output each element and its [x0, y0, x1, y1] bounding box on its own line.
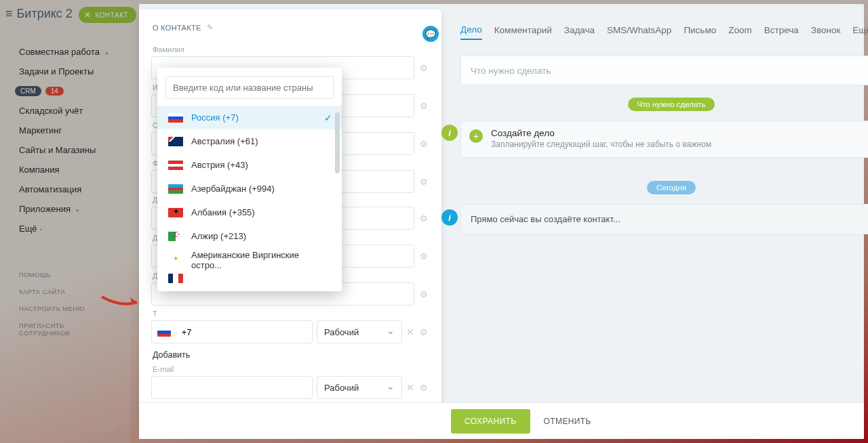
footer-bar: СОХРАНИТЬ ОТМЕНИТЬ	[139, 402, 864, 439]
country-item[interactable]: Албания (+355)	[157, 201, 342, 224]
country-item[interactable]: Алжир (+213)	[157, 224, 342, 248]
flag-icon	[168, 137, 183, 146]
timeline-tab-more[interactable]: Ещё⌄	[852, 24, 868, 39]
flag-icon	[168, 161, 183, 170]
country-search-input[interactable]	[165, 76, 334, 99]
phone-type-select[interactable]: Рабочий	[317, 320, 402, 343]
chip-todo: Что нужно сделать	[628, 98, 715, 111]
add-phone-link[interactable]: Добавить	[153, 350, 429, 360]
task-title: Создайте дело	[491, 128, 868, 138]
timeline-tab[interactable]: Звонок	[811, 25, 841, 39]
phone-input[interactable]	[182, 327, 307, 337]
country-item[interactable]: Австралия (+61)	[157, 129, 342, 153]
timeline-tab[interactable]: Комментарий	[494, 25, 552, 39]
flag-icon	[168, 274, 183, 283]
create-task-card[interactable]: + Создайте дело Запланируйте следующий ш…	[460, 121, 868, 158]
timeline-panel: 💬 ДелоКомментарийЗадачаSMS/WhatsAppПисьм…	[441, 4, 868, 439]
timeline-tab[interactable]: Zoom	[728, 25, 752, 39]
field-settings-icon[interactable]: ⚙	[418, 101, 429, 111]
country-item[interactable]: Россия (+7)✓	[157, 106, 342, 129]
field-settings-icon[interactable]: ⚙	[418, 63, 429, 73]
country-item[interactable]: Американские Виргинские остро...	[157, 248, 342, 272]
field-settings-icon[interactable]: ⚙	[418, 213, 429, 224]
now-card: Прямо сейчас вы создаёте контакт...	[460, 204, 868, 234]
remove-phone-icon[interactable]: ✕	[406, 326, 414, 337]
flag-icon	[168, 232, 183, 241]
country-item[interactable]: Азербайджан (+994)	[157, 177, 342, 201]
edit-section-icon[interactable]: ✎	[207, 23, 213, 32]
label-lastname: Фамилия	[153, 45, 429, 54]
flag-icon	[168, 208, 183, 217]
email-input[interactable]	[151, 376, 313, 399]
info-icon: i	[441, 125, 458, 141]
cancel-button[interactable]: ОТМЕНИТЬ	[544, 417, 591, 426]
scrollbar[interactable]	[335, 112, 340, 173]
info-icon: i	[441, 209, 458, 226]
plus-icon[interactable]: +	[469, 129, 483, 143]
flag-icon	[168, 113, 183, 123]
field-settings-icon[interactable]: ⚙	[418, 289, 429, 299]
remove-email-icon[interactable]: ✕	[406, 382, 414, 393]
email-type-select[interactable]: Рабочий	[317, 376, 402, 399]
arrow-annotation	[100, 293, 141, 312]
save-button[interactable]: СОХРАНИТЬ	[451, 409, 530, 434]
phone-separator: ·	[175, 327, 178, 337]
flag-icon	[168, 184, 183, 194]
check-icon: ✓	[324, 112, 332, 123]
timeline-tab[interactable]: Дело	[460, 24, 482, 40]
todo-input[interactable]: Что нужно сделать	[460, 56, 868, 85]
field-settings-icon[interactable]: ⚙	[418, 251, 429, 261]
speech-bubble-icon[interactable]: 💬	[422, 26, 439, 42]
field-settings-icon[interactable]: ⚙	[418, 177, 429, 187]
timeline-tabs: ДелоКомментарийЗадачаSMS/WhatsAppПисьмоZ…	[460, 22, 868, 42]
task-subtitle: Запланируйте следующий шаг, чтобы не заб…	[491, 140, 868, 149]
country-item[interactable]: Австрия (+43)	[157, 153, 342, 177]
phone-flag-icon[interactable]	[157, 328, 171, 337]
timeline-tab[interactable]: SMS/WhatsApp	[607, 25, 671, 39]
country-item[interactable]	[157, 272, 342, 287]
timeline-tab[interactable]: Встреча	[764, 25, 799, 39]
field-settings-icon[interactable]: ⚙	[418, 327, 429, 337]
timeline-tab[interactable]: Задача	[564, 25, 595, 39]
section-title: О КОНТАКТЕ	[153, 24, 201, 32]
phone-input-wrap: ·	[151, 320, 313, 343]
field-settings-icon[interactable]: ⚙	[418, 139, 429, 149]
chip-today: Сегодня	[647, 181, 696, 194]
field-settings-icon[interactable]: ⚙	[418, 383, 429, 393]
flag-icon	[168, 255, 183, 265]
timeline-tab[interactable]: Письмо	[684, 25, 716, 39]
country-dropdown: Россия (+7)✓Австралия (+61)Австрия (+43)…	[157, 68, 342, 291]
label-email: E-mail	[153, 365, 429, 373]
